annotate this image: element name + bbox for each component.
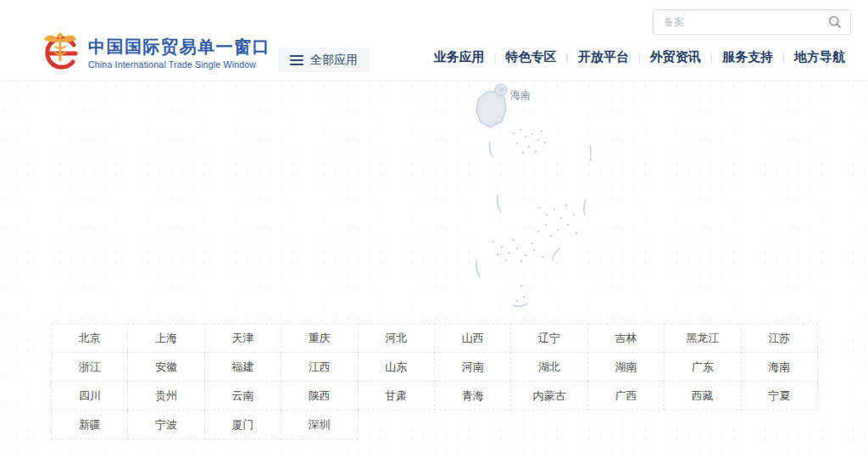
hainan-label: 海南 (510, 88, 531, 103)
region-cell[interactable]: 辽宁 (511, 324, 587, 353)
nav-item-5[interactable]: 服务支持 (722, 49, 773, 65)
menu-icon (290, 55, 303, 65)
region-cell[interactable]: 广东 (665, 353, 741, 382)
brand[interactable]: 中国国际贸易单一窗口 China International Trade Sin… (41, 31, 270, 76)
region-cell[interactable]: 天津 (204, 324, 281, 353)
region-cell[interactable]: 湖南 (587, 353, 664, 382)
region-cell[interactable]: 福建 (204, 353, 281, 382)
region-cell[interactable]: 宁夏 (741, 382, 817, 411)
region-cell[interactable]: 山东 (358, 353, 434, 382)
brand-title: 中国国际贸易单一窗口 (88, 37, 270, 56)
region-cell[interactable]: 湖北 (511, 353, 587, 382)
region-cell[interactable]: 广西 (587, 382, 664, 411)
region-cell[interactable]: 青海 (434, 382, 510, 411)
region-cell[interactable]: 北京 (52, 324, 128, 353)
empty-cell (511, 411, 587, 439)
region-cell[interactable]: 宁波 (128, 411, 204, 439)
region-row: 浙江安徽福建江西山东河南湖北湖南广东海南 (52, 353, 818, 382)
region-table-body: 北京上海天津重庆河北山西辽宁吉林黑龙江江苏浙江安徽福建江西山东河南湖北湖南广东海… (52, 324, 818, 439)
region-cell[interactable]: 新疆 (52, 411, 128, 439)
main-nav: 业务应用|特色专区|开放平台|外贸资讯|服务支持|地方导航 (424, 49, 854, 65)
region-cell[interactable]: 内蒙古 (511, 382, 587, 411)
region-cell[interactable]: 厦门 (204, 411, 281, 439)
region-cell[interactable]: 安徽 (128, 353, 204, 382)
region-cell[interactable]: 黑龙江 (665, 324, 741, 353)
all-apps-button[interactable]: 全部应用 (278, 47, 370, 72)
empty-cell (358, 411, 434, 439)
nav-item-2[interactable]: 特色专区 (506, 49, 557, 65)
nav-item-1[interactable]: 业务应用 (433, 49, 484, 65)
nine-dash-line (476, 142, 591, 306)
search-box (653, 9, 851, 35)
region-cell[interactable]: 甘肃 (358, 382, 434, 411)
empty-cell (434, 411, 510, 439)
region-cell[interactable]: 云南 (204, 382, 281, 411)
islet-dots (492, 129, 577, 302)
region-cell[interactable]: 深圳 (281, 411, 358, 439)
region-cell[interactable]: 浙江 (52, 353, 128, 382)
region-cell[interactable]: 山西 (434, 324, 510, 353)
nav-separator: | (493, 52, 496, 64)
region-table: 北京上海天津重庆河北山西辽宁吉林黑龙江江苏浙江安徽福建江西山东河南湖北湖南广东海… (51, 323, 818, 439)
brand-text: 中国国际贸易单一窗口 China International Trade Sin… (88, 37, 270, 70)
region-row: 四川贵州云南陕西甘肃青海内蒙古广西西藏宁夏 (52, 382, 818, 411)
brand-subtitle: China International Trade Single Window (88, 59, 270, 70)
region-cell[interactable]: 河北 (358, 324, 434, 353)
region-cell[interactable]: 贵州 (128, 382, 204, 411)
south-china-sea-map (458, 81, 610, 327)
region-row: 北京上海天津重庆河北山西辽宁吉林黑龙江江苏 (52, 324, 818, 353)
header: 中国国际贸易单一窗口 China International Trade Sin… (0, 0, 868, 81)
caduceus-logo-icon (41, 31, 80, 76)
all-apps-label: 全部应用 (310, 53, 358, 68)
nav-item-6[interactable]: 地方导航 (794, 49, 845, 65)
region-cell[interactable]: 上海 (128, 324, 204, 353)
region-row: 新疆宁波厦门深圳 (52, 411, 818, 439)
region-cell[interactable]: 四川 (52, 382, 128, 411)
nav-separator: | (638, 52, 641, 64)
region-cell[interactable]: 江西 (281, 353, 358, 382)
region-cell[interactable]: 陕西 (281, 382, 358, 411)
region-cell[interactable]: 江苏 (741, 324, 817, 353)
nav-separator: | (710, 52, 713, 64)
map-cluster-marker-inner (498, 87, 504, 92)
region-cell[interactable]: 西藏 (665, 382, 741, 411)
nav-separator: | (566, 52, 569, 64)
region-cell[interactable]: 吉林 (587, 324, 664, 353)
nav-item-3[interactable]: 开放平台 (578, 49, 629, 65)
region-cell[interactable]: 重庆 (281, 324, 358, 353)
search-icon[interactable] (828, 15, 842, 29)
empty-cell (665, 411, 741, 439)
region-cell[interactable]: 河南 (434, 353, 510, 382)
empty-cell (741, 411, 817, 439)
empty-cell (587, 411, 664, 439)
page: 海南 中国国际贸易单一窗口 China International Trade … (0, 0, 868, 458)
region-cell[interactable]: 海南 (741, 353, 817, 382)
nav-separator: | (782, 52, 785, 64)
search-input[interactable] (662, 15, 828, 29)
nav-item-4[interactable]: 外贸资讯 (650, 49, 701, 65)
